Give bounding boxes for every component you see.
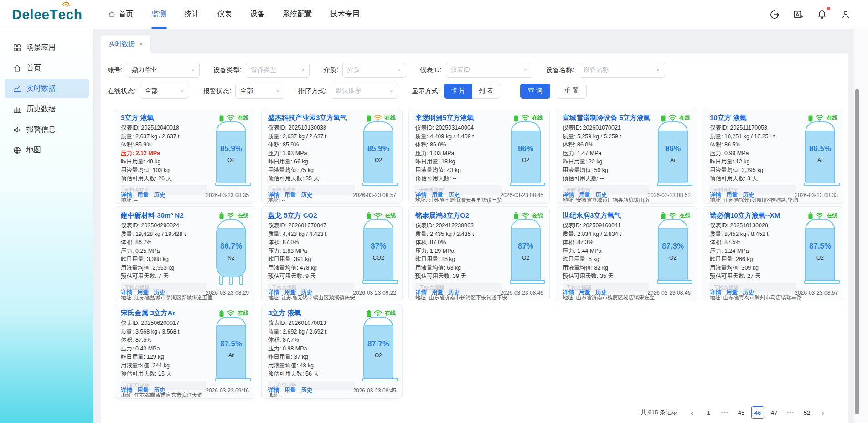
history-link[interactable]: 历史 — [154, 289, 165, 297]
detail-link[interactable]: 详情 — [563, 191, 574, 199]
mass-line: 质量: 4,423 kg / 4.423 t — [268, 230, 352, 239]
sidebar-item-4[interactable]: 报警信息 — [5, 120, 89, 139]
sidebar-item-1[interactable]: 首页 — [5, 58, 89, 78]
online-status-label: 在线 — [385, 309, 396, 317]
history-link[interactable]: 历史 — [448, 289, 460, 297]
page-number-46[interactable]: 46 — [751, 406, 764, 419]
detail-link[interactable]: 详情 — [415, 289, 427, 297]
page-number-45[interactable]: 45 — [735, 406, 748, 419]
card-title[interactable]: 宋氏金属 3立方Ar — [121, 309, 175, 318]
card-title[interactable]: 盘龙 5立方 CO2 — [268, 211, 317, 220]
filter-select[interactable]: 全部∨ — [235, 84, 284, 99]
card-links: 详情 用量 历史 — [121, 191, 165, 199]
query-button[interactable]: 查 询 — [520, 84, 550, 99]
sidebar-item-5[interactable]: 地图 — [5, 141, 89, 160]
usage-link[interactable]: 用量 — [284, 191, 296, 199]
history-link[interactable]: 历史 — [743, 191, 754, 199]
history-link[interactable]: 历史 — [154, 386, 165, 394]
detail-link[interactable]: 详情 — [121, 191, 132, 199]
bar-chart-icon — [13, 105, 21, 114]
detail-link[interactable]: 详情 — [710, 289, 721, 297]
nav-item-4[interactable]: 设备 — [250, 0, 265, 29]
logout-icon[interactable] — [770, 10, 780, 20]
mass-line: 质量: 2,637 kg / 2.637 t — [121, 132, 205, 141]
history-link[interactable]: 历史 — [301, 289, 312, 297]
detail-link[interactable]: 详情 — [268, 289, 279, 297]
filter-group-2-0: 在线状态:全部∨ — [108, 84, 189, 99]
usage-link[interactable]: 用量 — [432, 289, 443, 297]
card-title[interactable]: 李堡明洲5立方液氧 — [415, 114, 474, 122]
list-view-button[interactable]: 列 表 — [472, 84, 500, 99]
detail-link[interactable]: 详情 — [268, 191, 279, 199]
detail-link[interactable]: 详情 — [121, 386, 132, 394]
filter-select[interactable]: 默认排序∨ — [331, 84, 398, 99]
filter-select[interactable]: 设备名称∨ — [579, 63, 665, 78]
card-title[interactable]: 铭泰展鸿3立方O2 — [415, 211, 469, 220]
tab-realtime-data[interactable]: 实时数据 × — [101, 35, 150, 53]
usage-link[interactable]: 用量 — [726, 191, 738, 199]
notification-bell-icon[interactable] — [817, 10, 827, 20]
reset-button[interactable]: 重 置 — [557, 84, 587, 99]
filter-select[interactable]: 仪表ID∨ — [446, 63, 532, 78]
filter-select[interactable]: 设备类型∨ — [246, 63, 310, 78]
device-card: 铭泰展鸿3立方O2 在线 仪表ID: 202412230063 质量: 2,43… — [408, 206, 550, 301]
card-title[interactable]: 盛杰科技产业园3立方氧气 — [268, 114, 347, 122]
usage-link[interactable]: 用量 — [726, 289, 738, 297]
nav-item-1[interactable]: 监测 — [152, 0, 166, 29]
page-number-1[interactable]: 1 — [702, 406, 715, 419]
page-number-52[interactable]: 52 — [801, 406, 813, 419]
nav-item-6[interactable]: 技术专用 — [331, 0, 360, 29]
next-page-icon[interactable]: › — [817, 406, 830, 419]
card-title[interactable]: 建中新材料 30m³ N2 — [121, 211, 184, 220]
card-view-button[interactable]: 卡 片 — [444, 84, 472, 99]
meter-id-line: 仪表ID: 202511170053 — [710, 124, 794, 132]
history-link[interactable]: 历史 — [448, 191, 460, 199]
sidebar-item-2[interactable]: 实时数据 — [5, 79, 89, 98]
detail-link[interactable]: 详情 — [415, 191, 427, 199]
nav-item-home[interactable]: 首页 — [108, 0, 134, 29]
history-link[interactable]: 历史 — [301, 386, 312, 394]
history-link[interactable]: 历史 — [743, 289, 754, 297]
usage-link[interactable]: 用量 — [579, 289, 590, 297]
wifi-icon — [668, 212, 677, 219]
usage-link[interactable]: 用量 — [284, 386, 296, 394]
detail-link[interactable]: 详情 — [710, 191, 721, 199]
select-value: 设备名称 — [584, 66, 609, 74]
usage-link[interactable]: 用量 — [432, 191, 443, 199]
page-number-47[interactable]: 47 — [768, 406, 780, 419]
card-title[interactable]: 诺必信10立方液氧--XM — [710, 211, 780, 220]
nav-item-2[interactable]: 统计 — [185, 0, 199, 29]
sidebar-item-3[interactable]: 历史数据 — [5, 99, 89, 119]
translate-icon[interactable] — [793, 10, 803, 20]
card-title[interactable]: 宣城雪诺制冷设备 5立方液氩 — [563, 114, 651, 122]
detail-link[interactable]: 详情 — [121, 289, 132, 297]
usage-link[interactable]: 用量 — [284, 289, 296, 297]
filter-select[interactable]: 鼎力华业∨ — [127, 63, 200, 78]
card-title[interactable]: 世纪永润3立方氧气 — [563, 211, 621, 220]
sidebar-item-0[interactable]: 场景应用 — [5, 38, 89, 57]
history-link[interactable]: 历史 — [595, 191, 607, 199]
nav-item-3[interactable]: 仪表 — [217, 0, 232, 29]
usage-link[interactable]: 用量 — [137, 289, 149, 297]
filter-select[interactable]: 全部∨ — [140, 84, 189, 99]
usage-link[interactable]: 用量 — [579, 191, 590, 199]
card-title[interactable]: 3立方 液氧 — [268, 309, 301, 318]
filter-select[interactable]: 介质∨ — [342, 63, 406, 78]
detail-link[interactable]: 详情 — [563, 289, 574, 297]
wifi-icon — [816, 115, 824, 121]
usage-link[interactable]: 用量 — [137, 386, 149, 394]
history-link[interactable]: 历史 — [595, 289, 607, 297]
close-icon[interactable]: × — [140, 41, 143, 47]
user-icon[interactable] — [841, 10, 851, 20]
card-title[interactable]: 10立方 液氩 — [710, 114, 747, 122]
card-title[interactable]: 3立方 液氧 — [121, 114, 154, 122]
scrollbar-thumb[interactable] — [855, 89, 859, 414]
usage-link[interactable]: 用量 — [137, 191, 149, 199]
history-link[interactable]: 历史 — [154, 191, 165, 199]
nav-item-5[interactable]: 系统配置 — [283, 0, 312, 29]
prev-page-icon[interactable]: ‹ — [686, 406, 698, 419]
history-link[interactable]: 历史 — [301, 191, 312, 199]
detail-link[interactable]: 详情 — [268, 386, 279, 394]
yesterday-usage-line: 昨日用量: 391 kg — [268, 255, 352, 264]
tank-gas-label: O2 — [512, 255, 540, 261]
